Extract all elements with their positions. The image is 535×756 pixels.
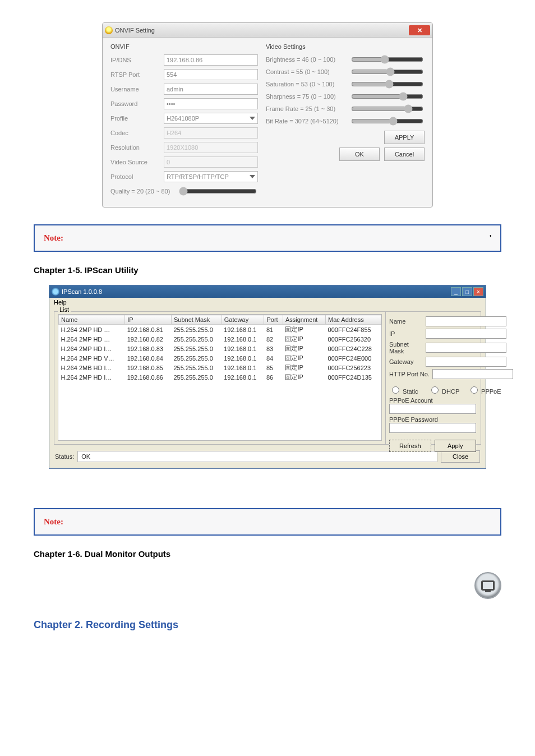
side-name-label: Name <box>389 318 424 325</box>
table-header[interactable]: Gateway <box>222 315 264 325</box>
brightness-label: Brightness = 46 (0 ~ 100) <box>266 56 350 63</box>
side-ip-label: IP <box>389 330 424 337</box>
note-box-1: Note: ' <box>34 224 501 252</box>
table-header[interactable]: Assignment <box>283 315 325 325</box>
profile-select[interactable]: H2641080P <box>164 113 258 124</box>
table-row[interactable]: H.264 2MP HD V…192.168.0.84255.255.255.0… <box>59 353 381 363</box>
ipscan-app-icon <box>52 288 59 296</box>
profile-label: Profile <box>110 115 164 122</box>
ok-button[interactable]: OK <box>339 147 380 161</box>
monitor-icon <box>474 572 501 599</box>
vsrc-label: Video Source <box>110 159 164 165</box>
side-apply-button[interactable]: Apply <box>435 440 477 452</box>
close-window-icon[interactable]: × <box>473 287 483 296</box>
note-label-2: Note: <box>44 517 63 527</box>
pass-field[interactable] <box>164 98 258 109</box>
ipscan-titlebar: IPScan 1.0.0.8 _ □ × <box>49 285 486 298</box>
codec-label: Codec <box>110 130 164 136</box>
onvif-setting-dialog: ONVIF Setting ✕ ONVIF IP/DNS RTSP Port U… <box>102 22 433 208</box>
pppoe-pwd-label: PPPoE Password <box>389 416 438 423</box>
side-port-field[interactable] <box>432 369 513 379</box>
table-row[interactable]: H.264 2MB HD I…192.168.0.85255.255.255.0… <box>59 363 381 372</box>
device-edit-form: Name IP Subnet Mask Gateway HTTP Port No… <box>385 312 481 444</box>
maximize-icon[interactable]: □ <box>462 287 472 296</box>
onvif-titlebar: ONVIF Setting ✕ <box>103 23 432 38</box>
saturation-label: Saturation = 53 (0 ~ 100) <box>266 81 350 87</box>
contrast-slider[interactable] <box>351 67 423 76</box>
table-header[interactable]: IP <box>125 315 172 325</box>
note-body: ' <box>490 233 491 242</box>
apply-button[interactable]: APPLY <box>384 131 425 144</box>
framerate-slider[interactable] <box>351 104 423 113</box>
table-row[interactable]: H.264 2MP HD …192.168.0.82255.255.255.01… <box>59 334 381 344</box>
rtsp-field[interactable] <box>164 69 258 80</box>
onvif-app-icon <box>105 26 113 34</box>
protocol-select[interactable]: RTP/RTSP/HTTP/TCP <box>164 171 258 182</box>
video-source-select: 0 <box>164 156 258 168</box>
heading-1-6: Chapter 1-6. Dual Monitor Outputs <box>34 549 501 559</box>
side-gw-field[interactable] <box>426 357 506 367</box>
contrast-label: Contrast = 55 (0 ~ 100) <box>266 68 350 75</box>
brightness-slider[interactable] <box>351 55 423 64</box>
table-row[interactable]: H.264 2MP HD I…192.168.0.83255.255.255.0… <box>59 344 381 353</box>
side-ip-field[interactable] <box>426 329 506 339</box>
onvif-left-section: ONVIF <box>110 43 258 50</box>
proto-label: Protocol <box>110 173 164 180</box>
bitrate-slider[interactable] <box>351 117 423 126</box>
sharpness-slider[interactable] <box>351 92 423 101</box>
side-mask-field[interactable] <box>426 343 506 353</box>
resolution-select: 1920X1080 <box>164 142 258 153</box>
quality-slider[interactable] <box>179 187 257 196</box>
res-label: Resolution <box>110 144 164 151</box>
pass-label: Password <box>110 100 164 107</box>
rtsp-label: RTSP Port <box>110 71 164 78</box>
quality-label: Quality = 20 (20 ~ 80) <box>110 188 178 195</box>
ip-label: IP/DNS <box>110 57 164 63</box>
device-list-table: NameIPSubnet MaskGatewayPortAssignmentMa… <box>58 315 381 382</box>
note-box-2: Note: <box>34 508 501 536</box>
heading-2: Chapter 2. Recording Settings <box>34 619 501 631</box>
bitrate-label: Bit Rate = 3072 (64~5120) <box>266 118 350 125</box>
close-icon[interactable]: ✕ <box>409 25 430 35</box>
side-port-label: HTTP Port No. <box>389 371 431 377</box>
radio-pppoe[interactable]: PPPoE <box>468 385 502 395</box>
table-header[interactable]: Name <box>59 315 125 325</box>
table-row[interactable]: H.264 2MP HD I…192.168.0.86255.255.255.0… <box>59 372 381 382</box>
list-legend: List <box>58 306 71 313</box>
radio-dhcp[interactable]: DHCP <box>428 385 463 395</box>
pppoe-acct-field[interactable] <box>389 404 476 414</box>
refresh-button[interactable]: Refresh <box>389 440 431 452</box>
cancel-button[interactable]: Cancel <box>384 147 425 161</box>
heading-1-5: Chapter 1-5. IPScan Utility <box>34 265 501 275</box>
status-value: OK <box>77 451 437 462</box>
side-name-field[interactable] <box>426 316 506 326</box>
radio-static[interactable]: Static <box>389 385 424 395</box>
pppoe-pwd-field[interactable] <box>389 423 476 433</box>
saturation-slider[interactable] <box>351 80 423 89</box>
table-header[interactable]: Port <box>264 315 283 325</box>
note-label: Note: <box>44 233 63 243</box>
table-header[interactable]: Mac Address <box>326 315 381 325</box>
menu-help[interactable]: Help <box>54 299 67 306</box>
framerate-label: Frame Rate = 25 (1 ~ 30) <box>266 105 350 112</box>
sharpness-label: Sharpness = 75 (0 ~ 100) <box>266 93 350 100</box>
ip-field[interactable] <box>164 54 258 66</box>
onvif-title-text: ONVIF Setting <box>115 27 155 34</box>
codec-select: H264 <box>164 127 258 139</box>
minimize-icon[interactable]: _ <box>451 287 461 296</box>
user-label: Username <box>110 86 164 93</box>
table-row[interactable]: H.264 2MP HD …192.168.0.81255.255.255.01… <box>59 325 381 335</box>
video-settings-section: Video Settings <box>266 43 425 50</box>
table-header[interactable]: Subnet Mask <box>171 315 222 325</box>
pppoe-acct-label: PPPoE Account <box>389 397 433 404</box>
status-label: Status: <box>55 453 74 460</box>
ipscan-title-text: IPScan 1.0.0.8 <box>62 288 102 295</box>
ipscan-window: IPScan 1.0.0.8 _ □ × Help List NameIPSub… <box>49 285 486 469</box>
user-field[interactable] <box>164 84 258 95</box>
close-button[interactable]: Close <box>441 450 480 463</box>
side-gw-label: Gateway <box>389 358 424 365</box>
side-mask-label: Subnet Mask <box>389 341 424 354</box>
